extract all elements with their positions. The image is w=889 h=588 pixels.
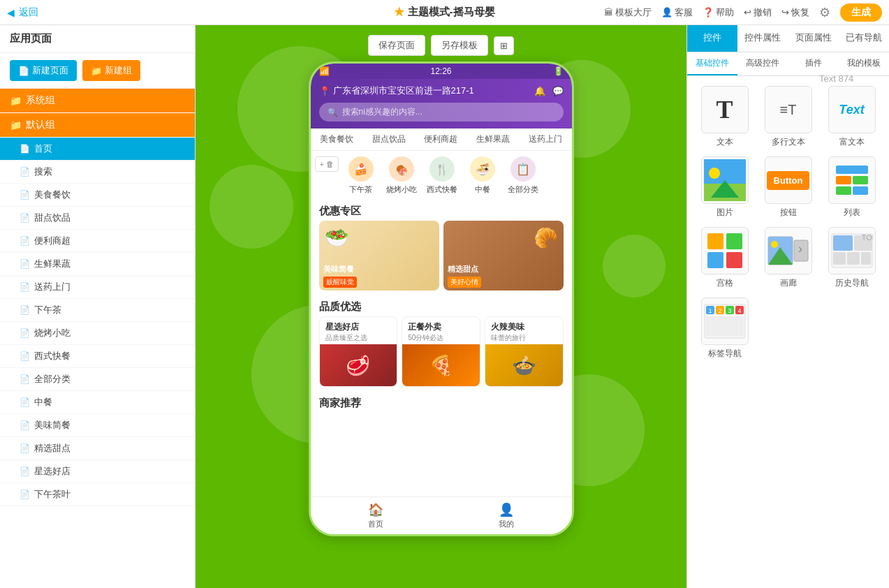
bottom-nav-home[interactable]: 🏠 首页: [311, 497, 441, 534]
sidebar-item-medicine[interactable]: 📄 送药上门: [0, 276, 195, 299]
new-group-button[interactable]: 📁 新建组: [82, 60, 140, 81]
phone-status-bar: 📶 12:26 🔋: [311, 64, 572, 79]
category-chinese[interactable]: 🍜 中餐: [464, 156, 501, 195]
help-btn[interactable]: ❓ 帮助: [703, 6, 734, 19]
tab-medicine[interactable]: 送药上门: [520, 128, 572, 150]
search-input-area[interactable]: 🔍 搜索ni感兴趣的内容...: [319, 103, 564, 122]
tab-existing-nav[interactable]: 已有导航: [839, 25, 889, 52]
address-text: 广东省深圳市宝安区前进一路217-1: [333, 84, 474, 97]
quality-grid: 星选好店 品质臻至之选 🥩 正餐外卖 50分钟必达 🍕 火辣美味 味蕾的旅行: [311, 316, 572, 392]
quality-img-3: 🍲: [485, 344, 563, 386]
sidebar-item-tea-leaf[interactable]: 📄 下午茶叶: [0, 483, 195, 506]
svg-rect-6: [853, 176, 868, 184]
sidebar-item-food[interactable]: 📄 美食餐饮: [0, 184, 195, 207]
subtab-advanced[interactable]: 高级控件: [737, 52, 788, 75]
page-icon: 📄: [20, 213, 30, 223]
template-hall-btn[interactable]: 🏛 模板大厅: [604, 6, 652, 19]
settings-icon[interactable]: ⚙: [819, 5, 830, 20]
sidebar-actions: 📄 新建页面 📁 新建组: [0, 53, 195, 89]
phone-settings-button[interactable]: ⊞: [494, 36, 514, 55]
widget-history-nav-label: 历史导航: [835, 277, 869, 289]
svg-point-15: [771, 241, 778, 248]
widget-gallery[interactable]: › 画廊: [761, 227, 816, 289]
widget-button[interactable]: Button 按钮: [761, 156, 816, 219]
page-icon: 📄: [20, 374, 30, 384]
save-template-button[interactable]: 另存模板: [431, 35, 488, 56]
sidebar-item-selected-dessert[interactable]: 📄 精选甜点: [0, 437, 195, 460]
promo-card-1[interactable]: 🥗 美味简餐 贩醒味觉: [319, 221, 439, 291]
quality-card-3[interactable]: 火辣美味 味蕾的旅行 🍲: [485, 316, 564, 387]
generate-button[interactable]: 生成: [840, 3, 882, 22]
left-sidebar: 应用页面 📄 新建页面 📁 新建组 📁 系统组 📁 默认组: [0, 25, 196, 588]
sidebar-item-homepage[interactable]: 📄 首页: [0, 138, 195, 161]
back-arrow-icon: ◀: [7, 7, 15, 18]
sidebar-item-chinese[interactable]: 📄 中餐: [0, 391, 195, 414]
default-group[interactable]: 📁 默认组: [0, 113, 195, 137]
promo-title: 优惠专区: [311, 200, 572, 221]
sidebar-item-search[interactable]: 📄 搜索: [0, 161, 195, 184]
tab-widgets[interactable]: 控件: [687, 25, 737, 52]
back-label: 返回: [19, 6, 38, 19]
category-all[interactable]: 📋 全部分类: [505, 156, 541, 195]
widget-history-nav[interactable]: TOP 历史导航: [824, 227, 879, 289]
save-page-button[interactable]: 保存页面: [368, 35, 425, 56]
page-icon: 📄: [20, 420, 30, 430]
widget-list[interactable]: 列表: [824, 156, 879, 219]
sidebar-item-star-store[interactable]: 📄 星选好店: [0, 460, 195, 483]
quality-card-1[interactable]: 星选好店 品质臻至之选 🥩: [319, 316, 398, 387]
bg-circle-2: [210, 165, 293, 249]
page-icon: 📄: [20, 259, 30, 269]
widget-text[interactable]: T 文本: [697, 86, 752, 148]
widget-image[interactable]: 图片: [697, 156, 752, 219]
widget-multitext[interactable]: ≡T 多行文本: [761, 86, 816, 148]
bottom-nav-profile[interactable]: 👤 我的: [441, 497, 572, 534]
quality-card-2[interactable]: 正餐外卖 50分钟必达 🍕: [402, 316, 480, 387]
redo-btn[interactable]: ↪ 恢复: [781, 6, 809, 19]
svg-rect-10: [726, 233, 742, 249]
svg-text:›: ›: [798, 242, 802, 256]
sidebar-item-fresh[interactable]: 📄 生鲜果蔬: [0, 253, 195, 276]
sidebar-item-simple-meal[interactable]: 📄 美味简餐: [0, 414, 195, 437]
sidebar-item-dessert[interactable]: 📄 甜点饮品: [0, 207, 195, 230]
widget-tag-nav[interactable]: 1 2 3 4 标签导航: [697, 297, 752, 360]
category-western[interactable]: 🍴 西式快餐: [424, 156, 460, 195]
svg-text:1: 1: [708, 307, 712, 314]
category-bbq[interactable]: 🍖 烧烤小吃: [383, 156, 420, 195]
tab-dessert[interactable]: 甜点饮品: [362, 128, 415, 150]
new-page-button[interactable]: 📄 新建页面: [10, 60, 77, 81]
widget-button-label: 按钮: [780, 207, 797, 219]
subtab-basic[interactable]: 基础控件: [687, 52, 737, 75]
share-icon[interactable]: 🔔: [534, 86, 545, 96]
svg-text:2: 2: [718, 307, 721, 314]
sidebar-tree: 📁 系统组 📁 默认组 📄 首页 📄 搜索 📄 美食餐饮 📄: [0, 89, 195, 588]
message-icon[interactable]: 💬: [552, 86, 564, 96]
widget-image-label: 图片: [717, 207, 733, 219]
customer-service-btn[interactable]: 👤 客服: [661, 6, 693, 19]
promo-card-2[interactable]: 🥐 精选甜点 美好心情: [443, 221, 564, 291]
widget-gallery-icon-box: ›: [765, 227, 812, 274]
location-icon: 📍: [319, 86, 330, 96]
template-icon: 🏛: [604, 7, 613, 17]
page-icon: 📄: [20, 282, 30, 292]
home-icon: 🏠: [368, 502, 383, 517]
sidebar-item-western[interactable]: 📄 西式快餐: [0, 345, 195, 368]
sidebar-item-all-categories[interactable]: 📄 全部分类: [0, 368, 195, 391]
sidebar-item-bbq[interactable]: 📄 烧烤小吃: [0, 322, 195, 345]
category-add-delete[interactable]: + 🗑: [315, 156, 339, 172]
sidebar-item-afternoon-tea[interactable]: 📄 下午茶: [0, 299, 195, 322]
text874-area: Text 874: [819, 72, 882, 132]
tab-page-props[interactable]: 页面属性: [788, 25, 839, 52]
category-afternoon-tea[interactable]: 🍰 下午茶: [343, 156, 379, 195]
widget-grid[interactable]: 宫格: [697, 227, 752, 289]
sidebar-item-convenience[interactable]: 📄 便利商超: [0, 230, 195, 253]
search-placeholder: 搜索ni感兴趣的内容...: [342, 106, 423, 118]
tab-food-drink[interactable]: 美食餐饮: [311, 128, 363, 150]
tab-widget-props[interactable]: 控件属性: [737, 25, 788, 52]
folder-icon: 📁: [91, 66, 102, 76]
system-group[interactable]: 📁 系统组: [0, 89, 195, 112]
gallery-widget-icon: ›: [767, 233, 809, 268]
tab-fresh[interactable]: 生鲜果蔬: [467, 128, 520, 150]
back-button[interactable]: ◀ 返回: [7, 6, 38, 19]
tab-convenience[interactable]: 便利商超: [415, 128, 467, 150]
undo-btn[interactable]: ↩ 撤销: [744, 6, 772, 19]
